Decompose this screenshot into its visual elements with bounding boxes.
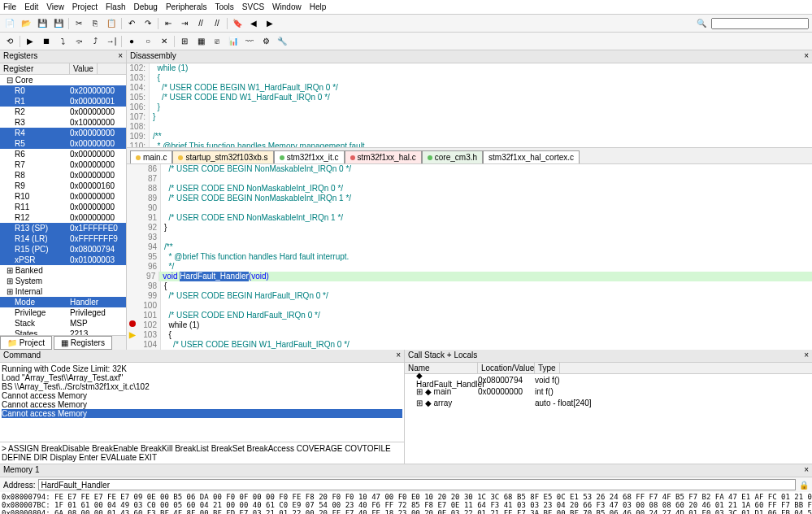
registers-title: Registers xyxy=(3,51,37,62)
memory-icon[interactable]: ▦ xyxy=(194,35,207,48)
bookmark-icon[interactable]: 🔖 xyxy=(231,17,244,30)
command-panel: Command × Running with Code Size Limit: … xyxy=(0,350,405,464)
find-icon[interactable]: 🔍 xyxy=(695,17,708,30)
disassembly-code[interactable]: 102: while (1)103: {104: /* USER CODE BE… xyxy=(127,63,812,147)
menu-help[interactable]: Help xyxy=(310,2,327,11)
register-R5[interactable]: R50x00000000 xyxy=(0,138,126,149)
file-tab[interactable]: stm32f1xx_hal.c xyxy=(345,150,422,163)
command-output[interactable]: Running with Code Size Limit: 32KLoad "A… xyxy=(0,363,404,442)
run-to-cursor-icon[interactable]: →| xyxy=(105,35,118,48)
menu-tools[interactable]: Tools xyxy=(215,2,234,11)
menu-debug[interactable]: Debug xyxy=(133,2,157,11)
stack-row[interactable]: ⊞ ◆ arrayauto - float[240] xyxy=(405,397,812,408)
register-R4[interactable]: R40x00000000 xyxy=(0,128,126,138)
menu-svcs[interactable]: SVCS xyxy=(242,2,264,11)
register-R6[interactable]: R60x00000000 xyxy=(0,149,126,159)
file-tab[interactable]: startup_stm32f103xb.s xyxy=(172,150,273,163)
open-icon[interactable]: 📂 xyxy=(20,17,33,30)
reset-icon[interactable]: ⟲ xyxy=(3,35,16,48)
file-tab[interactable]: core_cm3.h xyxy=(422,150,483,163)
system-icon[interactable]: ⚙ xyxy=(259,35,272,48)
next-bookmark-icon[interactable]: ▶ xyxy=(263,17,276,30)
prev-bookmark-icon[interactable]: ◀ xyxy=(247,17,260,30)
file-tab[interactable]: main.c xyxy=(130,150,172,163)
save-all-icon[interactable]: 💾 xyxy=(52,17,65,30)
command-input[interactable]: > ASSIGN BreakDisable BreakEnable BreakK… xyxy=(0,442,404,464)
registers-tabs: 📁 Project ▦ Registers xyxy=(0,335,126,350)
toolbox-icon[interactable]: 🔧 xyxy=(276,35,289,48)
close-icon[interactable]: × xyxy=(804,51,809,62)
stack-row[interactable]: ⊞ ◆ main0x00000000int f() xyxy=(405,386,812,397)
close-icon[interactable]: × xyxy=(118,51,123,62)
analyzer-icon[interactable]: 📊 xyxy=(227,35,240,48)
step-out-icon[interactable]: ⤴ xyxy=(89,35,102,48)
register-R13SP[interactable]: R13 (SP)0x1FFFFFE0 xyxy=(0,223,126,233)
register-R0[interactable]: R00x20000000 xyxy=(0,85,126,96)
registers-header: Registers × xyxy=(0,50,126,63)
copy-icon[interactable]: ⎘ xyxy=(89,17,102,30)
close-icon[interactable]: × xyxy=(804,465,809,476)
new-file-icon[interactable]: 📄 xyxy=(3,17,16,30)
menu-flash[interactable]: Flash xyxy=(106,2,125,11)
register-R1[interactable]: R10x00000001 xyxy=(0,96,126,107)
register-R8[interactable]: R80x00000000 xyxy=(0,170,126,181)
file-tab[interactable]: stm32f1xx_it.c xyxy=(274,150,345,163)
register-xPSR[interactable]: xPSR0x01000003 xyxy=(0,255,126,265)
register-R10[interactable]: R100x00000000 xyxy=(0,191,126,202)
register-R9[interactable]: R90x00000160 xyxy=(0,181,126,191)
window-icon[interactable]: ⊞ xyxy=(178,35,191,48)
trace-icon[interactable]: 〰 xyxy=(243,35,256,48)
save-icon[interactable]: 💾 xyxy=(36,17,49,30)
step-over-icon[interactable]: ⤼ xyxy=(72,35,85,48)
register-R12[interactable]: R120x00000000 xyxy=(0,212,126,223)
registers-list[interactable]: ⊟ CoreR00x20000000R10x00000001R20x000000… xyxy=(0,75,126,335)
stop-icon[interactable]: ⏹ xyxy=(40,35,53,48)
tab-registers[interactable]: ▦ Registers xyxy=(54,336,112,350)
uncomment-icon[interactable]: // xyxy=(211,17,224,30)
undo-icon[interactable]: ↶ xyxy=(125,17,138,30)
memory-address-label: Address: xyxy=(3,481,35,490)
registers-panel: Registers × Register Value ⊟ CoreR00x200… xyxy=(0,50,127,350)
redo-icon[interactable]: ↷ xyxy=(141,17,154,30)
menu-peripherals[interactable]: Peripherals xyxy=(166,2,207,11)
source-editor[interactable]: 86 /* USER CODE BEGIN NonMaskableInt_IRQ… xyxy=(127,164,812,350)
menu-window[interactable]: Window xyxy=(272,2,302,11)
file-tab[interactable]: stm32f1xx_hal_cortex.c xyxy=(483,150,580,163)
memory-title: Memory 1 xyxy=(3,465,39,476)
kill-bp-icon[interactable]: ✕ xyxy=(158,35,171,48)
menu-project[interactable]: Project xyxy=(72,2,98,11)
register-R7[interactable]: R70x00000000 xyxy=(0,159,126,170)
stack-row[interactable]: ◆ HardFault_Handler0x08000794void f() xyxy=(405,374,812,386)
find-input[interactable] xyxy=(711,18,809,29)
tab-project[interactable]: 📁 Project xyxy=(0,336,52,350)
memory-dump[interactable]: 0x08000794: FE E7 FE E7 FE E7 09 0E 00 B… xyxy=(0,492,812,514)
toolbar-debug: ⟲ ▶ ⏹ ⤵ ⤼ ⤴ →| ● ○ ✕ ⊞ ▦ ⎚ 📊 〰 ⚙ 🔧 xyxy=(0,33,812,50)
disable-bp-icon[interactable]: ○ xyxy=(141,35,154,48)
comment-icon[interactable]: // xyxy=(194,17,207,30)
registers-columns: Register Value xyxy=(0,63,126,75)
lock-icon[interactable]: 🔒 xyxy=(799,481,809,490)
register-R3[interactable]: R30x10000000 xyxy=(0,117,126,128)
breakpoint-icon[interactable]: ● xyxy=(125,35,138,48)
indent-right-icon[interactable]: ⇥ xyxy=(178,17,191,30)
file-tabs: main.cstartup_stm32f103xb.sstm32f1xx_it.… xyxy=(127,148,812,164)
close-icon[interactable]: × xyxy=(396,351,401,361)
serial-icon[interactable]: ⎚ xyxy=(211,35,224,48)
indent-left-icon[interactable]: ⇤ xyxy=(162,17,175,30)
menu-file[interactable]: File xyxy=(3,2,16,11)
register-R2[interactable]: R20x00000000 xyxy=(0,107,126,117)
register-R15PC[interactable]: R15 (PC)0x08000794 xyxy=(0,244,126,255)
menu-edit[interactable]: Edit xyxy=(24,2,38,11)
menu-view[interactable]: View xyxy=(46,2,64,11)
close-icon[interactable]: × xyxy=(804,351,809,361)
paste-icon[interactable]: 📋 xyxy=(105,17,118,30)
register-R11[interactable]: R110x00000000 xyxy=(0,202,126,212)
command-title: Command xyxy=(3,351,41,361)
memory-address-input[interactable] xyxy=(38,479,796,490)
callstack-panel: Call Stack + Locals × Name Location/Valu… xyxy=(405,350,812,464)
callstack-list[interactable]: ◆ HardFault_Handler0x08000794void f()⊞ ◆… xyxy=(405,374,812,464)
step-in-icon[interactable]: ⤵ xyxy=(56,35,69,48)
cut-icon[interactable]: ✂ xyxy=(72,17,85,30)
run-icon[interactable]: ▶ xyxy=(24,35,37,48)
register-R14LR[interactable]: R14 (LR)0xFFFFFFF9 xyxy=(0,233,126,244)
